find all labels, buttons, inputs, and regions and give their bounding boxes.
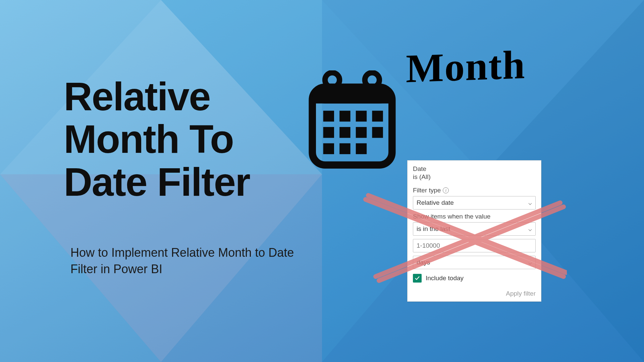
- svg-rect-24: [372, 127, 383, 138]
- slide-title: Relative Month To Date Filter: [64, 75, 250, 203]
- svg-rect-27: [356, 143, 367, 154]
- filter-type-label-row: Filter type i: [413, 187, 536, 194]
- include-today-label: Include today: [426, 275, 464, 282]
- svg-rect-20: [372, 111, 383, 121]
- unit-value: days: [417, 259, 430, 266]
- include-today-row[interactable]: Include today: [413, 274, 536, 283]
- filter-field-name: Date: [413, 165, 536, 173]
- show-items-label: Show items when the value: [413, 213, 490, 220]
- svg-rect-22: [339, 127, 350, 138]
- svg-rect-21: [323, 127, 334, 138]
- slide-subtitle: How to Implement Relative Month to Date …: [70, 245, 299, 277]
- svg-rect-25: [323, 143, 334, 154]
- svg-rect-17: [323, 111, 334, 121]
- calendar-icon: [307, 70, 397, 171]
- range-input[interactable]: [413, 239, 536, 252]
- operator-value: is in the last: [417, 225, 450, 233]
- svg-rect-26: [339, 143, 350, 154]
- apply-filter-button[interactable]: Apply filter: [413, 290, 536, 297]
- operator-select[interactable]: is in the last ⌵: [413, 222, 536, 236]
- svg-rect-19: [356, 111, 367, 121]
- unit-select[interactable]: days ⌵: [413, 256, 536, 269]
- include-today-checkbox[interactable]: [413, 274, 422, 283]
- filter-type-select[interactable]: Relative date ⌵: [413, 196, 536, 209]
- month-label: Month: [406, 42, 525, 92]
- svg-rect-18: [339, 111, 350, 121]
- filter-field-status: is (All): [413, 173, 536, 181]
- chevron-down-icon: ⌵: [528, 225, 532, 233]
- filter-panel: Date is (All) Filter type i Relative dat…: [407, 160, 541, 302]
- check-icon: [415, 276, 420, 281]
- filter-type-label: Filter type: [413, 187, 441, 194]
- chevron-down-icon: ⌵: [528, 259, 532, 266]
- slide-canvas: Relative Month To Date Filter How to Imp…: [0, 0, 644, 362]
- svg-rect-16: [312, 95, 392, 104]
- show-items-label-row: Show items when the value: [413, 213, 536, 220]
- info-icon[interactable]: i: [443, 187, 449, 193]
- filter-type-value: Relative date: [417, 199, 454, 206]
- svg-rect-23: [356, 127, 367, 138]
- chevron-down-icon: ⌵: [528, 199, 532, 206]
